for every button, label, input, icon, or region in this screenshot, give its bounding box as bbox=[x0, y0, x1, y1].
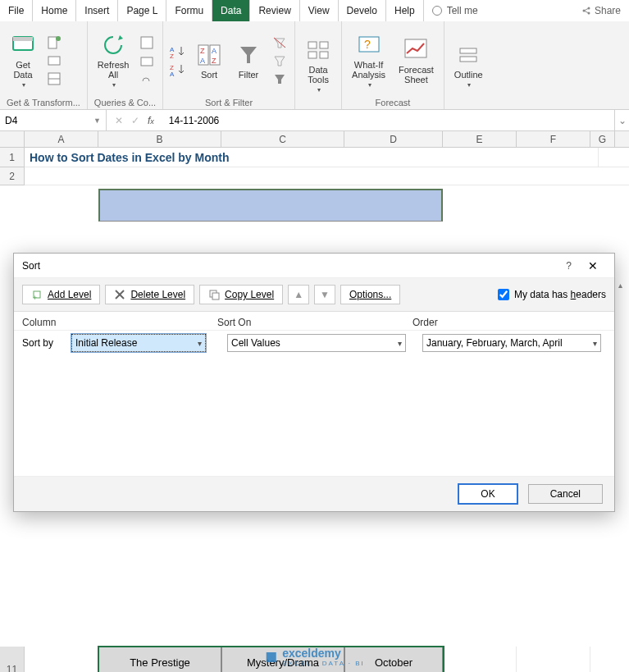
copy-level-label: Copy Level bbox=[225, 289, 274, 300]
group-outline-label bbox=[451, 106, 486, 107]
share-button[interactable]: Share bbox=[573, 0, 629, 21]
svg-text:A: A bbox=[170, 71, 175, 76]
sort-levels-area: Sort by Initial Release▾ Cell Values▾ Ja… bbox=[14, 330, 614, 477]
add-level-label: Add Level bbox=[48, 289, 91, 300]
formula-bar: D4 ▼ ✕ ✓ fx 14-11-2006 ⌄ bbox=[0, 110, 629, 131]
copy-level-button[interactable]: Copy Level bbox=[199, 285, 283, 304]
svg-text:Z: Z bbox=[212, 57, 217, 65]
tab-developer[interactable]: Develo bbox=[339, 0, 386, 21]
col-header-a[interactable]: A bbox=[25, 131, 98, 147]
from-text-icon[interactable] bbox=[46, 34, 62, 51]
cancel-formula-icon[interactable]: ✕ bbox=[115, 115, 123, 126]
filter-label: Filter bbox=[239, 70, 258, 80]
data-tools-button[interactable]: Data Tools bbox=[302, 35, 335, 95]
options-label: Options... bbox=[349, 289, 391, 300]
tell-me[interactable]: Tell me bbox=[424, 0, 486, 21]
filter-button[interactable]: Filter bbox=[232, 40, 265, 81]
row-header-1[interactable]: 1 bbox=[0, 148, 25, 167]
cell-b11[interactable]: The Prestige bbox=[98, 647, 221, 672]
edit-links-icon[interactable] bbox=[139, 71, 155, 87]
dialog-help-button[interactable]: ? bbox=[558, 260, 580, 272]
col-header-g[interactable]: G bbox=[590, 131, 615, 147]
clear-filter-icon[interactable] bbox=[271, 34, 288, 51]
headers-label: My data has headers bbox=[514, 289, 606, 300]
sort-desc-icon[interactable]: ZA bbox=[170, 62, 186, 78]
forecast-label: Forecast Sheet bbox=[399, 65, 434, 85]
sort-dialog: Sort ? ✕ + Add Level Delete Level Copy L… bbox=[13, 253, 615, 512]
copy-level-icon bbox=[208, 289, 220, 300]
tab-file[interactable]: File bbox=[0, 0, 33, 21]
refresh-all-button[interactable]: Refresh All bbox=[94, 30, 133, 90]
dialog-close-button[interactable]: ✕ bbox=[580, 259, 606, 272]
whatif-button[interactable]: ? What-If Analysis bbox=[349, 30, 389, 90]
from-table-icon[interactable] bbox=[46, 71, 62, 87]
title-cell[interactable]: How to Sort Dates in Excel by Month bbox=[25, 148, 599, 167]
svg-rect-38 bbox=[266, 652, 276, 662]
delete-level-button[interactable]: Delete Level bbox=[105, 285, 194, 304]
fx-icon[interactable]: fx bbox=[148, 115, 154, 126]
add-level-button[interactable]: + Add Level bbox=[22, 285, 100, 304]
col-header-c[interactable]: C bbox=[221, 131, 344, 147]
outline-button[interactable]: Outline bbox=[451, 40, 486, 90]
dialog-title: Sort bbox=[22, 260, 40, 272]
refresh-icon bbox=[100, 32, 126, 58]
properties-icon[interactable] bbox=[139, 53, 155, 69]
whatif-icon: ? bbox=[356, 32, 382, 58]
col-header-d[interactable]: D bbox=[344, 131, 443, 147]
delete-level-icon bbox=[114, 289, 125, 300]
queries-icon[interactable] bbox=[139, 34, 155, 51]
sort-column-select[interactable]: Initial Release▾ bbox=[71, 334, 206, 352]
sort-button[interactable]: ZAAZ Sort bbox=[193, 40, 226, 81]
row-header-2[interactable]: 2 bbox=[0, 167, 25, 185]
name-box[interactable]: D4 ▼ bbox=[0, 110, 107, 130]
worksheet: A B C D E F G 1 2 How to Sort Dates in E… bbox=[0, 131, 629, 185]
get-data-button[interactable]: Get Data bbox=[7, 30, 39, 90]
headers-checkbox-input[interactable] bbox=[498, 289, 509, 300]
forecast-icon bbox=[403, 37, 429, 63]
move-up-button[interactable]: ▲ bbox=[288, 285, 309, 304]
tab-home[interactable]: Home bbox=[33, 0, 76, 21]
headers-checkbox[interactable]: My data has headers bbox=[498, 289, 606, 300]
move-down-button[interactable]: ▼ bbox=[314, 285, 335, 304]
svg-rect-29 bbox=[405, 39, 426, 57]
svg-text:Z: Z bbox=[200, 47, 205, 55]
tab-data[interactable]: Data bbox=[212, 0, 250, 21]
group-data-tools-label bbox=[302, 106, 335, 107]
cell-e11[interactable] bbox=[443, 647, 517, 672]
row-header-11[interactable]: 11 bbox=[0, 647, 25, 672]
col-header-b[interactable]: B bbox=[98, 131, 221, 147]
advanced-filter-icon[interactable] bbox=[271, 71, 288, 87]
col-header-e[interactable]: E bbox=[443, 131, 517, 147]
tab-formulas[interactable]: Formu bbox=[166, 0, 212, 21]
tab-review[interactable]: Review bbox=[250, 0, 299, 21]
hdr-order: Order bbox=[412, 317, 606, 328]
col-header-f[interactable]: F bbox=[517, 131, 590, 147]
cancel-button[interactable]: Cancel bbox=[528, 484, 603, 504]
chevron-down-icon: ▾ bbox=[593, 339, 597, 348]
tab-view[interactable]: View bbox=[300, 0, 339, 21]
cell-f11[interactable] bbox=[517, 647, 590, 672]
expand-formula-bar[interactable]: ⌄ bbox=[614, 110, 629, 130]
cell-a11[interactable] bbox=[25, 647, 98, 672]
sort-on-select[interactable]: Cell Values▾ bbox=[227, 334, 406, 352]
tab-pagelayout[interactable]: Page L bbox=[118, 0, 166, 21]
sort-order-select[interactable]: January, February, March, April▾ bbox=[422, 334, 601, 352]
from-web-icon[interactable] bbox=[46, 53, 62, 69]
ok-button[interactable]: OK bbox=[458, 483, 517, 505]
svg-text:+: + bbox=[33, 294, 37, 300]
enter-formula-icon[interactable]: ✓ bbox=[131, 115, 139, 126]
sort-label: Sort bbox=[201, 70, 217, 80]
reapply-icon[interactable] bbox=[271, 53, 288, 69]
sort-asc-icon[interactable]: AZ bbox=[170, 43, 186, 60]
tab-help[interactable]: Help bbox=[386, 0, 424, 21]
options-button[interactable]: Options... bbox=[340, 285, 400, 304]
formula-input[interactable]: 14-11-2006 bbox=[162, 110, 614, 130]
tab-insert[interactable]: Insert bbox=[76, 0, 118, 21]
svg-rect-7 bbox=[48, 57, 60, 65]
forecast-sheet-button[interactable]: Forecast Sheet bbox=[395, 35, 437, 86]
dialog-footer: OK Cancel bbox=[14, 477, 614, 511]
select-all-corner[interactable] bbox=[0, 131, 25, 147]
svg-rect-5 bbox=[48, 37, 57, 48]
outline-label: Outline bbox=[454, 70, 483, 80]
svg-point-6 bbox=[56, 36, 61, 41]
